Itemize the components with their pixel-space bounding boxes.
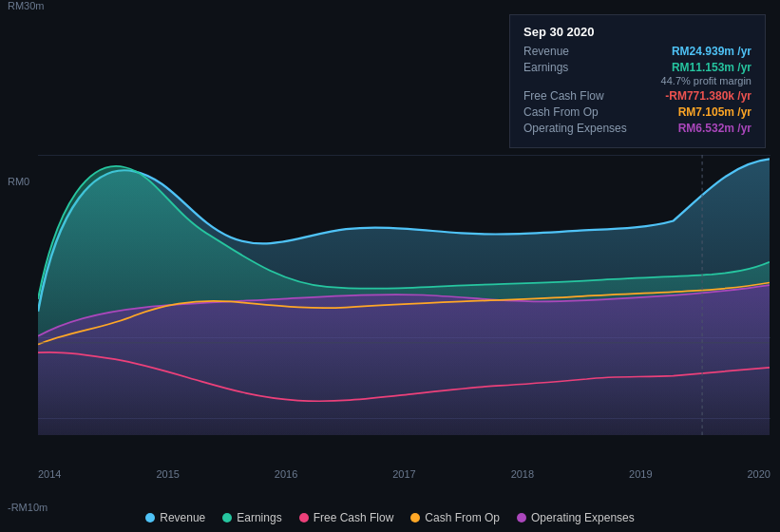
tooltip-revenue-label: Revenue: [523, 45, 569, 58]
legend-cashop-label: Cash From Op: [425, 511, 500, 524]
legend-earnings[interactable]: Earnings: [222, 511, 281, 524]
x-label-2019: 2019: [629, 468, 652, 480]
tooltip-earnings-row: Earnings RM11.153m /yr: [523, 61, 751, 74]
legend-opex[interactable]: Operating Expenses: [517, 511, 635, 524]
x-label-2017: 2017: [392, 468, 415, 480]
tooltip-revenue-value: RM24.939m /yr: [672, 45, 751, 58]
y-label-mid: RM0: [8, 176, 29, 187]
legend-opex-dot: [517, 513, 526, 522]
legend: Revenue Earnings Free Cash Flow Cash Fro…: [0, 511, 780, 524]
tooltip-cashop-label: Cash From Op: [523, 105, 599, 119]
tooltip-opex-value: RM6.532m /yr: [678, 122, 751, 135]
tooltip-fcf-value: -RM771.380k /yr: [665, 89, 751, 103]
x-label-2020: 2020: [747, 468, 770, 480]
tooltip-box: Sep 30 2020 Revenue RM24.939m /yr Earnin…: [509, 14, 766, 148]
tooltip-opex-row: Operating Expenses RM6.532m /yr: [523, 122, 751, 135]
x-label-2015: 2015: [156, 468, 179, 480]
tooltip-profit-margin: 44.7% profit margin: [523, 75, 751, 86]
y-label-top: RM30m: [8, 0, 45, 11]
legend-fcf[interactable]: Free Cash Flow: [299, 511, 394, 524]
x-label-2014: 2014: [38, 468, 61, 480]
legend-fcf-label: Free Cash Flow: [314, 511, 394, 524]
legend-cashop-dot: [410, 513, 420, 522]
tooltip-earnings-value: RM11.153m /yr: [672, 61, 751, 74]
tooltip-cashop-value: RM7.105m /yr: [678, 105, 751, 119]
legend-revenue-label: Revenue: [160, 511, 205, 524]
legend-opex-label: Operating Expenses: [531, 511, 635, 524]
tooltip-opex-label: Operating Expenses: [523, 122, 627, 135]
tooltip-cashop-row: Cash From Op RM7.105m /yr: [523, 105, 751, 119]
tooltip-earnings-label: Earnings: [523, 61, 568, 74]
chart-svg: [38, 155, 770, 435]
legend-cashop[interactable]: Cash From Op: [410, 511, 500, 524]
legend-earnings-dot: [222, 513, 232, 522]
legend-fcf-dot: [299, 513, 309, 522]
x-label-2016: 2016: [275, 468, 297, 480]
legend-revenue-dot: [145, 513, 155, 522]
tooltip-revenue-row: Revenue RM24.939m /yr: [523, 45, 751, 58]
legend-revenue[interactable]: Revenue: [145, 511, 205, 524]
tooltip-fcf-row: Free Cash Flow -RM771.380k /yr: [523, 89, 751, 103]
x-label-2018: 2018: [511, 468, 534, 480]
legend-earnings-label: Earnings: [237, 511, 281, 524]
x-axis-labels: 2014 2015 2016 2017 2018 2019 2020: [38, 468, 770, 480]
tooltip-fcf-label: Free Cash Flow: [523, 89, 604, 103]
tooltip-date: Sep 30 2020: [523, 25, 751, 39]
